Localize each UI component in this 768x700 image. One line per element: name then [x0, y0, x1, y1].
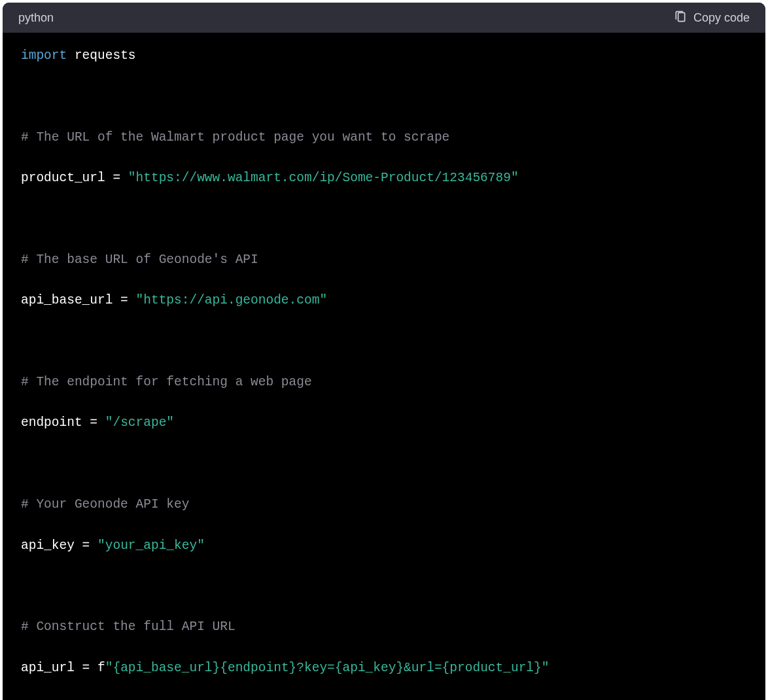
code-line [21, 576, 747, 597]
code-line: # The base URL of Geonode's API [21, 250, 747, 270]
code-line [21, 332, 747, 352]
code-line [21, 209, 747, 230]
code-line: import requests [21, 46, 747, 66]
code-line: # Your Geonode API key [21, 495, 747, 515]
code-line: # The URL of the Walmart product page yo… [21, 128, 747, 148]
svg-rect-0 [678, 12, 685, 21]
code-token: api_base_url = [21, 293, 136, 307]
code-line: api_key = "your_api_key" [21, 536, 747, 556]
code-block: python Copy code import requests # The U… [3, 3, 765, 700]
code-token: "your_api_key" [97, 538, 205, 553]
code-token: "{api_base_url}{endpoint}?key={api_key}&… [105, 661, 550, 675]
code-token: # The endpoint for fetching a web page [21, 375, 312, 389]
copy-code-label: Copy code [693, 11, 750, 25]
code-token: endpoint = [21, 415, 105, 430]
code-line [21, 454, 747, 474]
code-line: endpoint = "/scrape" [21, 413, 747, 433]
code-token: "/scrape" [105, 415, 174, 430]
code-token: api_key = [21, 538, 97, 553]
code-line [21, 86, 747, 107]
code-line: api_url = f"{api_base_url}{endpoint}?key… [21, 658, 747, 678]
code-line: product_url = "https://www.walmart.com/i… [21, 168, 747, 188]
code-token: product_url = [21, 171, 128, 185]
code-line: # The endpoint for fetching a web page [21, 372, 747, 393]
code-line: api_base_url = "https://api.geonode.com" [21, 290, 747, 311]
code-token: # Construct the full API URL [21, 620, 236, 634]
language-label: python [18, 11, 54, 25]
code-token: # The URL of the Walmart product page yo… [21, 130, 449, 145]
code-token: requests [75, 48, 136, 63]
clipboard-icon [674, 10, 687, 25]
code-token: "https://api.geonode.com" [136, 293, 328, 307]
code-token: import [21, 48, 75, 63]
code-header: python Copy code [3, 3, 765, 33]
code-token: # Your Geonode API key [21, 497, 189, 512]
code-token: # The base URL of Geonode's API [21, 253, 258, 267]
code-token: api_url = f [21, 661, 105, 675]
code-token: "https://www.walmart.com/ip/Some-Product… [128, 171, 519, 185]
code-line: # Construct the full API URL [21, 617, 747, 637]
code-body[interactable]: import requests # The URL of the Walmart… [3, 33, 765, 700]
copy-code-button[interactable]: Copy code [674, 10, 750, 25]
